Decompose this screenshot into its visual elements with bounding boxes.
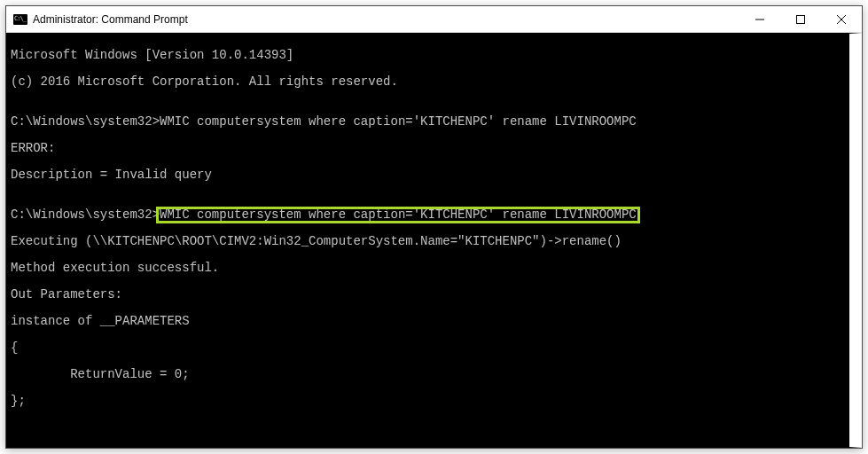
output-line: ERROR: [11,142,846,155]
output-line: instance of __PARAMETERS [11,315,846,328]
output-line: Microsoft Windows [Version 10.0.14393] [11,49,846,62]
terminal-output[interactable]: Microsoft Windows [Version 10.0.14393] (… [6,33,862,448]
svg-rect-1 [797,15,805,23]
output-line: C:\Windows\system32>WMIC computersystem … [11,115,846,129]
window-title: Administrator: Command Prompt [33,13,739,26]
highlighted-command: WMIC computersystem where caption='KITCH… [158,208,638,222]
output-line: Description = Invalid query [11,168,846,182]
prompt: C:\Windows\system32> [11,207,160,222]
close-icon [837,15,846,24]
maximize-icon [796,15,805,24]
output-line: ReturnValue = 0; [11,368,846,381]
window-controls [739,6,862,32]
close-button[interactable] [821,6,862,32]
output-line: (c) 2016 Microsoft Corporation. All righ… [11,75,846,89]
minimize-button[interactable] [739,6,780,32]
output-line: C:\Windows\system32>WMIC computersystem … [11,208,846,222]
titlebar[interactable]: Administrator: Command Prompt [6,6,862,33]
output-line: { [11,341,846,355]
output-line: Executing (\\KITCHENPC\ROOT\CIMV2:Win32_… [11,235,846,248]
minimize-icon [755,15,764,24]
output-line: Out Parameters: [11,288,846,301]
maximize-button[interactable] [780,6,821,32]
command-text: WMIC computersystem where caption='KITCH… [160,114,637,129]
prompt: C:\Windows\system32> [11,114,160,129]
command-prompt-window: Administrator: Command Prompt Microsoft … [5,5,863,449]
output-line: }; [11,395,846,408]
output-line: Method execution successful. [11,262,846,275]
cmd-icon [13,14,27,25]
prompt: C:\Windows\system32> [11,447,160,448]
